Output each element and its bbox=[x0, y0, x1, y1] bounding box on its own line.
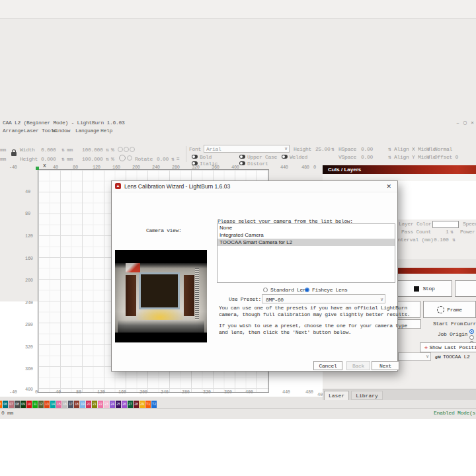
anchor-dot-4[interactable] bbox=[119, 155, 126, 161]
palette-swatch[interactable]: 25 bbox=[116, 401, 121, 408]
uppercase-label[interactable]: Upper Case bbox=[247, 154, 277, 160]
frame-button[interactable]: Frame bbox=[423, 301, 476, 318]
bold-toggle-icon[interactable] bbox=[192, 155, 198, 159]
device-name[interactable]: TOOCAA L2 bbox=[443, 354, 470, 360]
standard-lens-label[interactable]: Standard Lens bbox=[270, 287, 309, 293]
vspace-spinner[interactable]: ⇅ bbox=[388, 154, 391, 160]
menu-item[interactable]: Arrange bbox=[3, 128, 24, 134]
height-value[interactable]: 0.000 bbox=[41, 156, 56, 162]
offset-combo[interactable]: Offset 0 bbox=[434, 154, 458, 160]
pass-count-spinner[interactable]: ⇅ bbox=[450, 229, 454, 235]
palette-swatch[interactable]: 26 bbox=[122, 401, 127, 408]
dialog-titlebar[interactable]: ▲ Lens Calibration Wizard - LightBurn 1.… bbox=[112, 181, 397, 192]
palette-swatch[interactable]: 05 bbox=[0, 401, 2, 408]
palette-swatch[interactable]: 18 bbox=[74, 401, 79, 408]
palette-swatch[interactable]: 23 bbox=[104, 401, 109, 408]
scale-w-value[interactable]: 100.000 bbox=[82, 147, 103, 153]
palette-swatch[interactable]: 19 bbox=[80, 401, 85, 408]
distort-toggle-icon[interactable] bbox=[239, 161, 245, 165]
pass-count-value[interactable]: 1 bbox=[446, 229, 449, 235]
palette-swatch[interactable]: T1 bbox=[145, 401, 151, 408]
palette-swatch[interactable]: 20 bbox=[86, 401, 91, 408]
rotate-value[interactable]: 0.00 bbox=[157, 156, 169, 162]
welded-toggle-icon[interactable] bbox=[282, 155, 288, 159]
ruler-tick: 480 bbox=[301, 165, 309, 170]
interval-spinner[interactable]: ⇅ bbox=[452, 237, 456, 243]
weld-mode-combo[interactable]: Normal bbox=[434, 146, 452, 152]
devices-combo-partial[interactable]: ∨ bbox=[398, 352, 431, 361]
scale-w-spinner[interactable]: ⇅ bbox=[106, 147, 109, 153]
tab-laser[interactable]: Laser bbox=[324, 391, 349, 400]
palette-swatch[interactable]: T2 bbox=[151, 401, 157, 408]
dialog-close-icon[interactable]: ✕ bbox=[386, 183, 391, 190]
scale-h-spinner[interactable]: ⇅ bbox=[106, 156, 109, 162]
scale-h-value[interactable]: 100.000 bbox=[82, 156, 103, 162]
preset-info-line2: camera, though full calibration may give… bbox=[219, 311, 410, 317]
palette-swatch[interactable]: 15 bbox=[56, 401, 61, 408]
menu-item[interactable]: Language bbox=[75, 128, 99, 134]
palette-swatch[interactable]: 11 bbox=[32, 401, 38, 408]
palette-swatch[interactable]: 21 bbox=[92, 401, 97, 408]
anchor-dot-5[interactable] bbox=[127, 155, 132, 161]
palette-swatch[interactable]: 08 bbox=[15, 401, 20, 408]
camera-list-item[interactable]: TOOCAA Smart Camera for L2 bbox=[218, 239, 395, 246]
font-combo[interactable]: Arial ∨ bbox=[204, 145, 290, 153]
vspace-value[interactable]: 0.00 bbox=[361, 154, 373, 160]
hspace-spinner[interactable]: ⇅ bbox=[388, 146, 391, 152]
welded-label[interactable]: Welded bbox=[290, 154, 307, 160]
palette-swatch[interactable]: 14 bbox=[50, 401, 56, 408]
fisheye-lens-label[interactable]: Fisheye Lens bbox=[312, 287, 347, 293]
layer-color-swatch[interactable] bbox=[432, 221, 459, 228]
font-height-value[interactable]: 25.00 bbox=[315, 146, 331, 152]
standard-lens-radio[interactable] bbox=[263, 288, 268, 292]
width-value[interactable]: 0.000 bbox=[41, 147, 56, 153]
interval-value[interactable]: 0.100 bbox=[434, 237, 449, 243]
tab-library[interactable]: Library bbox=[351, 391, 383, 400]
palette-swatch[interactable]: 24 bbox=[110, 401, 115, 408]
stop-button[interactable]: Stop bbox=[397, 280, 452, 297]
palette-swatch[interactable]: 07 bbox=[9, 401, 14, 408]
start-from-value[interactable]: Current Position bbox=[464, 321, 476, 327]
uppercase-toggle-icon[interactable] bbox=[239, 155, 245, 159]
next-button[interactable]: Next bbox=[372, 361, 399, 370]
start-button-cropped[interactable] bbox=[455, 280, 476, 297]
palette-swatch[interactable]: 27 bbox=[128, 401, 133, 408]
rotate-label: Rotate bbox=[135, 156, 153, 162]
job-origin-radio-1[interactable] bbox=[469, 329, 474, 334]
window-maximize-button[interactable]: ▢ bbox=[463, 120, 467, 126]
palette-swatch[interactable]: 22 bbox=[98, 401, 103, 408]
anchor-dot-2[interactable] bbox=[124, 147, 129, 152]
bold-label[interactable]: Bold bbox=[200, 154, 212, 160]
distort-label[interactable]: Distort bbox=[247, 161, 268, 167]
palette-swatch[interactable]: 10 bbox=[26, 401, 32, 408]
palette-swatch[interactable]: 16 bbox=[62, 401, 67, 408]
font-height-spinner[interactable]: ⇅ bbox=[331, 146, 335, 152]
back-button[interactable]: Back bbox=[346, 361, 370, 370]
lock-icon[interactable] bbox=[11, 152, 17, 156]
palette-swatch[interactable]: 28 bbox=[134, 401, 139, 408]
height-spinner[interactable]: ⇅ bbox=[61, 156, 65, 162]
job-origin-radio-2[interactable] bbox=[469, 335, 474, 340]
preset-combo[interactable]: 8MP-60 ∨ bbox=[262, 294, 385, 303]
width-spinner[interactable]: ⇅ bbox=[61, 147, 65, 153]
anchor-dot-3[interactable] bbox=[130, 147, 135, 152]
camera-list-item[interactable]: None bbox=[218, 224, 395, 231]
menu-item[interactable]: Window bbox=[52, 128, 70, 134]
palette-swatch[interactable]: 06 bbox=[3, 401, 8, 408]
window-close-button[interactable]: ✕ bbox=[471, 120, 474, 126]
anchor-dot-1[interactable] bbox=[118, 147, 123, 152]
palette-swatch[interactable]: 09 bbox=[20, 401, 26, 408]
cancel-button[interactable]: Cancel bbox=[313, 361, 342, 370]
palette-swatch[interactable]: 29 bbox=[139, 401, 145, 408]
camera-listbox[interactable]: NoneIntegrated CameraTOOCAA Smart Camera… bbox=[217, 223, 395, 283]
hspace-value[interactable]: 0.00 bbox=[361, 146, 373, 152]
camera-list-item[interactable]: Integrated Camera bbox=[218, 231, 395, 239]
menu-item[interactable]: Help bbox=[100, 128, 112, 134]
palette-swatch[interactable]: 12 bbox=[38, 401, 44, 408]
fisheye-lens-radio[interactable] bbox=[305, 288, 309, 292]
palette-swatch[interactable]: 17 bbox=[68, 401, 73, 408]
rotate-spinner[interactable]: ⇅ bbox=[171, 156, 175, 162]
palette-swatch[interactable]: 13 bbox=[44, 401, 50, 408]
show-last-button[interactable]: ✛ Show Last Position bbox=[420, 342, 476, 352]
window-minimize-button[interactable]: – bbox=[456, 120, 459, 126]
